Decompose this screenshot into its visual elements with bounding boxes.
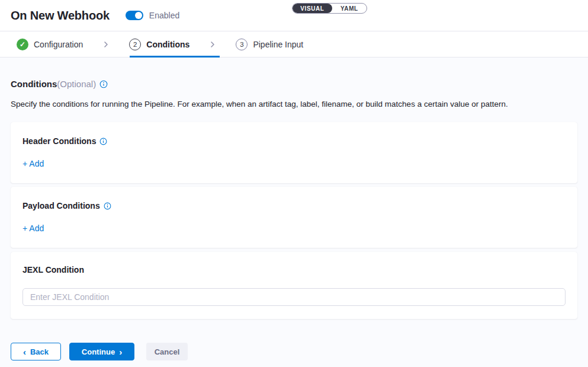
info-icon[interactable] (104, 202, 111, 210)
add-payload-condition-button[interactable]: + Add (23, 224, 44, 234)
header-conditions-title: Header Conditions (23, 136, 96, 146)
card-title-row: Header Conditions (23, 136, 565, 146)
step-pipeline-input[interactable]: 3 Pipeline Input (236, 39, 303, 50)
visual-tab[interactable]: VISUAL (293, 4, 332, 13)
enabled-label: Enabled (149, 11, 179, 20)
page-title: On New Webhook (11, 9, 110, 23)
wizard-stepper: ✓ Configuration 2 Conditions 3 Pipeline … (0, 31, 588, 58)
chevron-right-icon (102, 41, 110, 48)
info-icon[interactable] (99, 80, 108, 88)
continue-button[interactable]: Continue › (69, 343, 134, 360)
step-conditions[interactable]: 2 Conditions (129, 39, 189, 50)
section-heading: Conditions (Optional) (11, 58, 577, 90)
page-header: On New Webhook Enabled VISUAL YAML (0, 0, 588, 31)
conditions-panel: Conditions (Optional) Specify the condit… (0, 58, 588, 367)
section-description: Specify the conditions for running the P… (11, 100, 577, 109)
back-button[interactable]: ‹ Back (11, 343, 61, 360)
check-icon: ✓ (17, 39, 28, 50)
step-2-circle: 2 (129, 39, 141, 50)
enabled-toggle[interactable] (126, 11, 143, 20)
conditions-heading: Conditions (11, 79, 57, 90)
chevron-left-icon: ‹ (23, 347, 26, 356)
jexl-condition-card: JEXL Condition (11, 252, 577, 319)
chevron-right-icon (209, 41, 216, 48)
jexl-condition-input[interactable] (23, 288, 565, 306)
visual-yaml-toggle: VISUAL YAML (292, 3, 367, 14)
chevron-right-icon: › (119, 347, 122, 356)
enabled-toggle-group: Enabled (126, 11, 179, 20)
payload-conditions-card: Payload Conditions + Add (11, 187, 577, 248)
payload-conditions-title: Payload Conditions (23, 201, 100, 211)
step-configuration[interactable]: ✓ Configuration (17, 39, 83, 50)
jexl-condition-title: JEXL Condition (23, 265, 565, 275)
active-step-underline (130, 56, 220, 58)
add-header-condition-button[interactable]: + Add (23, 159, 44, 169)
card-title-row: Payload Conditions (23, 201, 565, 211)
step-3-circle: 3 (236, 39, 248, 50)
header-conditions-card: Header Conditions + Add (11, 122, 577, 183)
info-icon[interactable] (99, 138, 107, 145)
optional-label: (Optional) (57, 79, 96, 90)
wizard-footer: ‹ Back Continue › Cancel (11, 343, 577, 360)
cancel-button[interactable]: Cancel (146, 343, 188, 360)
yaml-tab[interactable]: YAML (332, 4, 367, 13)
